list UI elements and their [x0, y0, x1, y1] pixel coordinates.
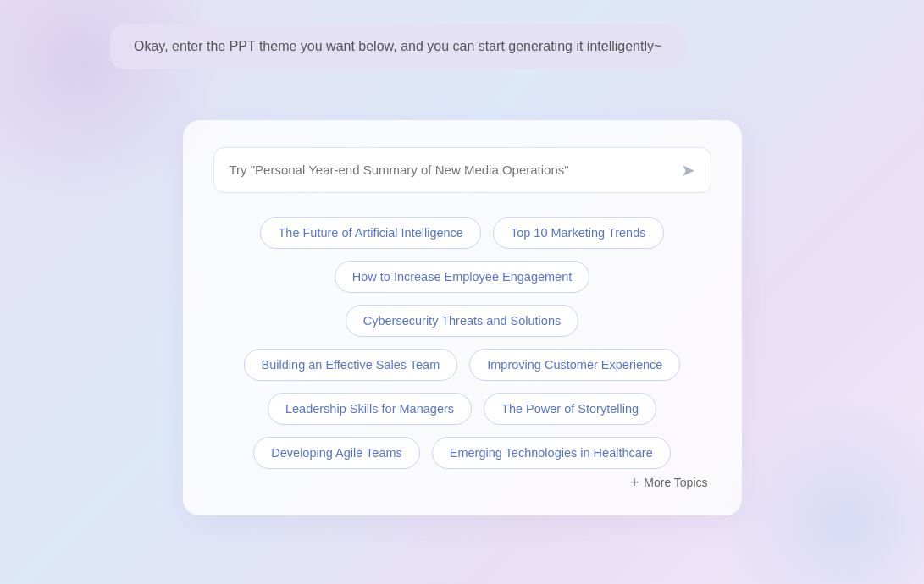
- topic-row-1: The Future of Artificial Intelligence To…: [213, 217, 711, 249]
- topic-chip-leadership[interactable]: Leadership Skills for Managers: [268, 393, 472, 425]
- topic-chip-cybersecurity[interactable]: Cybersecurity Threats and Solutions: [346, 305, 578, 337]
- topic-chip-future-ai[interactable]: The Future of Artificial Intelligence: [260, 217, 480, 249]
- topic-chip-agile-teams[interactable]: Developing Agile Teams: [253, 437, 420, 469]
- more-topics-button[interactable]: + More Topics: [630, 474, 708, 492]
- topic-row-3: Cybersecurity Threats and Solutions: [213, 305, 711, 337]
- more-topics-row: + More Topics: [213, 474, 711, 492]
- search-input[interactable]: [230, 163, 681, 177]
- search-bar: ➤: [213, 147, 711, 193]
- topic-chip-marketing-trends[interactable]: Top 10 Marketing Trends: [493, 217, 664, 249]
- send-icon[interactable]: ➤: [681, 160, 695, 180]
- topic-row-5: Leadership Skills for Managers The Power…: [213, 393, 711, 425]
- topics-container: The Future of Artificial Intelligence To…: [213, 217, 711, 469]
- topic-chip-healthcare-tech[interactable]: Emerging Technologies in Healthcare: [432, 437, 671, 469]
- chat-bubble-text: Okay, enter the PPT theme you want below…: [134, 39, 661, 53]
- plus-icon: +: [630, 474, 639, 492]
- topic-row-2: How to Increase Employee Engagement: [213, 261, 711, 293]
- topic-row-4: Building an Effective Sales Team Improvi…: [213, 349, 711, 381]
- topic-row-6: Developing Agile Teams Emerging Technolo…: [213, 437, 711, 469]
- main-card: ➤ The Future of Artificial Intelligence …: [183, 120, 742, 515]
- chat-bubble: Okay, enter the PPT theme you want below…: [110, 24, 685, 69]
- topic-chip-storytelling[interactable]: The Power of Storytelling: [484, 393, 656, 425]
- more-topics-label: More Topics: [644, 476, 707, 489]
- topic-chip-sales-team[interactable]: Building an Effective Sales Team: [244, 349, 458, 381]
- topic-chip-employee-engagement[interactable]: How to Increase Employee Engagement: [335, 261, 590, 293]
- topic-chip-customer-experience[interactable]: Improving Customer Experience: [469, 349, 680, 381]
